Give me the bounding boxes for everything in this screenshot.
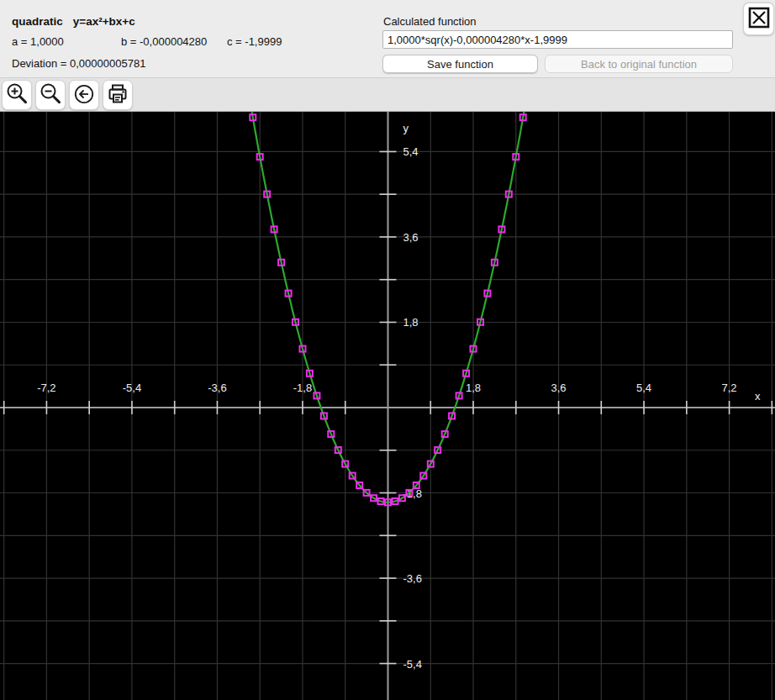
save-function-label: Save function [427,58,493,71]
x-tick-label: -7,2 [37,382,55,394]
model-formula: y=ax²+bx+c [73,15,135,28]
x-tick-label: 3,6 [551,382,567,394]
close-icon [746,5,772,33]
y-axis-label: y [403,122,409,134]
history-back-button[interactable] [69,80,99,110]
save-function-button[interactable]: Save function [382,55,538,73]
back-to-original-label: Back to original function [581,58,697,71]
zoom-out-icon [38,82,63,109]
x-tick-label: -3,6 [208,382,226,394]
calculated-function-label: Calculated function [383,15,477,28]
y-tick-label: -5,4 [403,658,422,671]
param-c: c = -1,9999 [227,35,282,48]
zoom-in-icon [4,82,29,109]
x-tick-label: -1,8 [293,382,312,394]
model-title: quadraticy=ax²+bx+c [12,15,135,28]
zoom-out-button[interactable] [35,80,66,110]
x-tick-label: 7,2 [722,382,737,394]
param-b: b = -0,000004280 [121,35,207,48]
deviation-value: Deviation = 0,00000005781 [12,57,145,70]
calculated-function-input[interactable] [382,30,733,49]
y-tick-label: -3,6 [403,572,422,585]
print-icon [105,82,130,109]
model-name: quadratic [12,15,63,28]
x-tick-label: -5,4 [123,382,141,394]
x-axis-label: x [755,390,761,403]
y-tick-label: 5,4 [403,145,419,158]
y-tick-label: 3,6 [403,231,419,244]
back-arrow-icon [71,82,97,109]
back-to-original-function-button[interactable]: Back to original function [545,55,733,73]
print-button[interactable] [103,80,133,110]
zoom-in-button[interactable] [2,80,32,110]
x-tick-label: 5,4 [636,382,651,394]
y-tick-label: 1,8 [403,316,419,329]
curve-fit-window: { "header": { "model_name": "quadratic",… [0,0,775,700]
plot-toolbar [0,77,775,112]
param-a: a = 1,0000 [12,35,64,48]
plot-canvas[interactable]: -7,2-5,4-3,6-1,81,83,65,47,25,43,61,8-1,… [0,112,775,700]
x-tick-label: 1,8 [466,382,481,394]
close-button[interactable] [743,3,774,35]
fit-parameters-panel: quadraticy=ax²+bx+c a = 1,0000 b = -0,00… [0,0,775,77]
function-plot: -7,2-5,4-3,6-1,81,83,65,47,25,43,61,8-1,… [0,112,775,700]
